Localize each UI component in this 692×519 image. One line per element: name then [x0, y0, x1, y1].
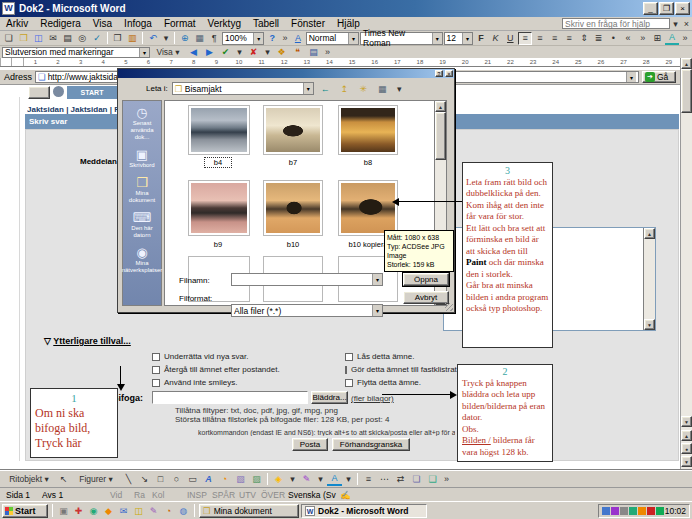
go-button[interactable]: ➔ Gå: [642, 71, 676, 83]
menu-infoga[interactable]: Infoga: [118, 17, 158, 30]
quicklaunch-icon[interactable]: ◉: [87, 504, 100, 517]
tray-icon[interactable]: [620, 507, 628, 515]
look-in-combobox[interactable]: ❒ Bisamjakt ▾: [172, 82, 314, 95]
scrollbar-thumb[interactable]: [435, 112, 446, 160]
place-my-computer[interactable]: ⌨ Den här datorn: [123, 211, 161, 239]
menu-verktyg[interactable]: Verktyg: [202, 17, 247, 30]
thumbnail-b8[interactable]: [338, 105, 398, 155]
file-label-b9[interactable]: b9: [205, 240, 231, 249]
quicklaunch-icon[interactable]: ✚: [72, 504, 85, 517]
site-header-icon[interactable]: [53, 86, 64, 97]
shadow-style-icon[interactable]: ❏: [409, 473, 424, 486]
back-icon[interactable]: ←: [318, 82, 333, 95]
place-network[interactable]: ◉ Mina nätverksplatser: [123, 246, 161, 274]
drawing-overflow-icon[interactable]: »: [441, 473, 452, 486]
help-icon[interactable]: ?: [265, 32, 279, 45]
file-label-b10[interactable]: b10: [277, 240, 309, 249]
hyperlink-icon[interactable]: ⊕: [178, 32, 192, 45]
scroll-up-icon[interactable]: ▲: [644, 228, 655, 239]
quicklaunch-icon[interactable]: ◫: [132, 504, 145, 517]
new-document-icon[interactable]: ❏: [2, 32, 16, 45]
quicklaunch-icon[interactable]: ▣: [57, 504, 70, 517]
markup-version-combobox[interactable]: Slutversion med markeringar ▾: [2, 47, 150, 58]
filetype-dropdown-icon[interactable]: ▾: [372, 305, 382, 316]
track-changes-icon[interactable]: ❖: [274, 46, 289, 59]
horizontal-ruler[interactable]: 1234567891011121314151617181920212223242…: [0, 58, 680, 67]
align-justify-icon[interactable]: ≡: [562, 32, 576, 45]
tray-icon[interactable]: [611, 507, 619, 515]
font-color-icon[interactable]: A: [327, 473, 342, 486]
bold-icon[interactable]: F: [474, 32, 488, 45]
next-change-icon[interactable]: ▶: [202, 46, 217, 59]
insert-table-icon[interactable]: ▦: [193, 32, 207, 45]
show-marks-icon[interactable]: ¶: [207, 32, 221, 45]
underline-icon[interactable]: U: [503, 32, 517, 45]
style-dropdown-icon[interactable]: ▾: [348, 33, 358, 44]
align-left-icon[interactable]: ≡: [518, 32, 532, 45]
next-page-icon[interactable]: ▼: [681, 456, 692, 467]
print-icon[interactable]: ▤: [61, 32, 75, 45]
reject-dropdown-icon[interactable]: ▾: [262, 46, 273, 59]
tray-icon[interactable]: [638, 507, 646, 515]
diagram-icon[interactable]: ◔: [217, 473, 232, 486]
spelling-icon[interactable]: ✓: [90, 32, 104, 45]
dialog-help-icon[interactable]: ?: [435, 70, 443, 77]
more-attachments-link[interactable]: (fler bilagor): [351, 394, 394, 403]
close-button[interactable]: ×: [675, 2, 690, 15]
reviewing-pane-icon[interactable]: ▤: [306, 46, 321, 59]
status-mode-over[interactable]: ÖVER: [261, 490, 285, 500]
scroll-down-icon[interactable]: ▼: [644, 319, 655, 330]
filetype-combobox[interactable]: Alla filer (*.*) ▾: [231, 304, 383, 317]
mail-icon[interactable]: ✉: [46, 32, 60, 45]
paste-icon[interactable]: ▥: [126, 32, 140, 45]
arrow-style-icon[interactable]: ⇄: [393, 473, 408, 486]
scroll-up-icon[interactable]: ▲: [681, 58, 692, 69]
style-combobox[interactable]: Normal ▾: [306, 32, 359, 45]
place-my-documents[interactable]: ❒ Mina dokument: [123, 176, 161, 204]
borders-icon[interactable]: ⊞: [651, 32, 665, 45]
align-right-icon[interactable]: ≡: [548, 32, 562, 45]
lock-topic-checkbox[interactable]: [345, 353, 353, 361]
cancel-button[interactable]: Avbryt: [403, 291, 449, 304]
tray-icon[interactable]: [629, 507, 637, 515]
font-size-dropdown-icon[interactable]: ▾: [462, 33, 472, 44]
more-options-link[interactable]: ▽ Ytterligare tillval...: [44, 336, 131, 346]
line-color-icon[interactable]: ✎: [299, 473, 314, 486]
previous-change-icon[interactable]: ◀: [186, 46, 201, 59]
menu-arkiv[interactable]: Arkiv: [0, 17, 34, 30]
menu-visa[interactable]: Visa: [87, 17, 118, 30]
restore-button[interactable]: ❐: [659, 2, 674, 15]
increase-indent-icon[interactable]: »: [636, 32, 650, 45]
filename-combobox[interactable]: ▾: [231, 273, 383, 286]
font-color-icon[interactable]: A: [665, 32, 679, 45]
accept-change-icon[interactable]: ✔: [218, 46, 233, 59]
scroll-up-icon[interactable]: ▲: [435, 101, 446, 112]
textarea-scrollbar[interactable]: ▲ ▼: [643, 228, 655, 330]
close-document-icon[interactable]: ×: [681, 17, 692, 30]
markup-dropdown-icon[interactable]: ▾: [139, 48, 149, 57]
line-spacing-icon[interactable]: ⇕: [577, 32, 591, 45]
quicklaunch-icon[interactable]: ◍: [177, 504, 190, 517]
task-dok2-word[interactable]: W Dok2 - Microsoft Word: [301, 504, 427, 518]
insert-picture-icon[interactable]: ▨: [249, 473, 264, 486]
start-button[interactable]: Start: [2, 504, 48, 518]
rectangle-icon[interactable]: □: [153, 473, 168, 486]
zoom-dropdown-icon[interactable]: ▾: [253, 33, 263, 44]
line-color-dropdown-icon[interactable]: ▾: [315, 473, 326, 486]
word-vertical-scrollbar[interactable]: ▲ ▼ ▲ ● ▼: [680, 58, 692, 470]
quicklaunch-icon[interactable]: ◔: [162, 504, 175, 517]
site-header-button[interactable]: [28, 86, 50, 99]
styles-icon[interactable]: A: [291, 32, 305, 45]
open-icon[interactable]: ❒: [17, 32, 31, 45]
select-browse-object-icon[interactable]: ●: [681, 443, 692, 454]
undo-icon[interactable]: ↶: [146, 32, 160, 45]
file-label-b4[interactable]: b4: [205, 158, 231, 167]
minimize-button[interactable]: _: [643, 2, 658, 15]
autoshapes-menu-button[interactable]: Figurer ▾: [72, 473, 120, 486]
copy-icon[interactable]: ❐: [111, 32, 125, 45]
reviewing-overflow-icon[interactable]: »: [322, 46, 333, 59]
menu-tabell[interactable]: Tabell: [247, 17, 285, 30]
quicklaunch-icon[interactable]: ✎: [147, 504, 160, 517]
file-label-b8[interactable]: b8: [355, 158, 381, 167]
arrow-icon[interactable]: ↘: [137, 473, 152, 486]
